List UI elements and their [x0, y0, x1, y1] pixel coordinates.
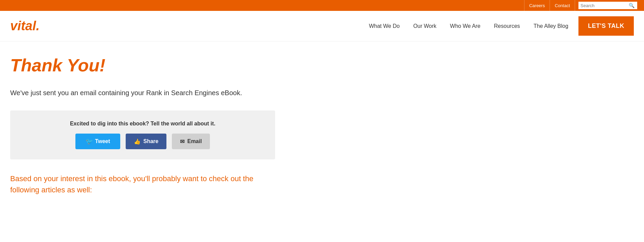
main-nav: vital. What We Do Our Work Who We Are Re… — [0, 11, 644, 41]
lets-talk-button[interactable]: LET'S TALK — [578, 16, 634, 36]
nav-who-we-are[interactable]: Who We Are — [443, 11, 487, 41]
top-bar: Careers Contact 🔍 — [0, 0, 644, 11]
nav-what-we-do[interactable]: What We Do — [362, 11, 406, 41]
facebook-share-button[interactable]: 👍 Share — [126, 134, 166, 149]
main-content: Thank You! We've just sent you an email … — [0, 41, 326, 216]
search-form: 🔍 — [578, 2, 637, 9]
search-input[interactable] — [580, 3, 628, 8]
nav-our-work[interactable]: Our Work — [407, 11, 443, 41]
twitter-icon: 🐦 — [86, 138, 93, 145]
nav-links: What We Do Our Work Who We Are Resources… — [362, 11, 634, 41]
tweet-button[interactable]: 🐦 Tweet — [75, 134, 120, 149]
search-button[interactable]: 🔍 — [628, 3, 635, 8]
thank-you-heading: Thank You! — [10, 55, 316, 75]
share-label: Share — [143, 138, 158, 144]
email-button[interactable]: ✉ Email — [172, 134, 210, 149]
share-box-text: Excited to dig into this ebook? Tell the… — [17, 121, 268, 127]
envelope-icon: ✉ — [180, 138, 184, 145]
share-box: Excited to dig into this ebook? Tell the… — [10, 110, 275, 159]
recommendation-text: Based on your interest in this ebook, yo… — [10, 173, 275, 195]
tweet-label: Tweet — [95, 138, 110, 144]
share-buttons: 🐦 Tweet 👍 Share ✉ Email — [17, 134, 268, 149]
careers-link[interactable]: Careers — [524, 0, 550, 11]
thumbs-up-icon: 👍 — [134, 138, 141, 145]
logo[interactable]: vital. — [10, 19, 40, 33]
nav-the-alley-blog[interactable]: The Alley Blog — [527, 11, 575, 41]
email-label: Email — [187, 138, 202, 144]
contact-link[interactable]: Contact — [550, 0, 575, 11]
email-message: We've just sent you an email containing … — [10, 89, 316, 97]
nav-resources[interactable]: Resources — [487, 11, 526, 41]
